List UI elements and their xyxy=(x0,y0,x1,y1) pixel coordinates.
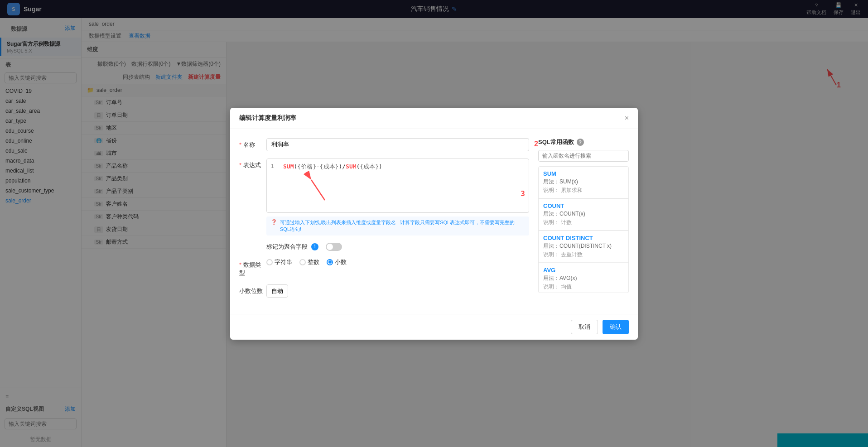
func-desc-sum: 说明： 累加求和 xyxy=(543,187,624,194)
sql-func-list: SUM 用法：SUM(x) 说明： 累加求和 COUNT 用法：COUNT(x)… xyxy=(538,166,629,293)
radio-string-label: 字符串 xyxy=(275,258,292,266)
code-content: SUM({价格}-{成本})/SUM({成本}) xyxy=(283,163,382,171)
expr-label: 表达式 xyxy=(239,159,266,169)
name-row: 名称 2 xyxy=(239,138,529,151)
agg-control: 标记为聚合字段 1 xyxy=(266,243,342,251)
sql-func-count-distinct[interactable]: COUNT DISTINCT 用法：COUNT(DISTINCT x) 说明： … xyxy=(539,231,628,263)
agg-toggle[interactable] xyxy=(326,243,342,251)
annotation-3: 3 xyxy=(521,189,525,198)
price-field: {价格} xyxy=(297,163,316,170)
modal-header: 编辑计算度量利润率 × xyxy=(230,108,638,129)
sum-func-2: SUM xyxy=(346,163,356,170)
radio-decimal-label: 小数 xyxy=(335,258,347,266)
sql-search-input[interactable] xyxy=(538,150,629,162)
sql-func-count[interactable]: COUNT 用法：COUNT(x) 说明： 计数 xyxy=(539,199,628,231)
dtype-label: 数据类型 xyxy=(239,258,266,277)
func-usage-count: 用法：COUNT(x) xyxy=(543,210,624,218)
sql-panel-title: SQL常用函数 ? xyxy=(538,138,629,146)
modal-body: 名称 2 表达式 1 SUM({价格}-{成本})/SUM({成本}) xyxy=(230,129,638,314)
arrow-area: 3 xyxy=(270,171,525,198)
sum-func-1: SUM xyxy=(283,163,294,170)
cancel-button[interactable]: 取消 xyxy=(571,320,598,334)
cost-field-1: {成本} xyxy=(320,163,339,170)
modal-footer: 取消 确认 xyxy=(230,314,638,340)
expr-control: 1 SUM({价格}-{成本})/SUM({成本}) xyxy=(266,159,529,236)
decimal-row: 小数位数 自动 0 1 2 3 xyxy=(239,284,529,298)
sql-functions-panel: SQL常用函数 ? SUM 用法：SUM(x) 说明： 累加求和 COUNT xyxy=(538,138,629,305)
name-input[interactable] xyxy=(266,138,529,151)
sql-panel-title-text: SQL常用函数 xyxy=(538,138,574,146)
func-usage-sum: 用法：SUM(x) xyxy=(543,178,624,186)
dtype-radio-group: 字符串 整数 小数 xyxy=(266,258,347,266)
radio-circle-integer xyxy=(299,259,306,265)
dtype-row: 数据类型 字符串 整数 小数 xyxy=(239,258,529,277)
expr-row: 表达式 1 SUM({价格}-{成本})/SUM({成本}) xyxy=(239,159,529,236)
decimal-label: 小数位数 xyxy=(239,284,266,295)
func-name-avg: AVG xyxy=(543,267,624,274)
modal-title: 编辑计算度量利润率 xyxy=(239,114,296,122)
hint-text: 可通过输入下划线,唤出列表来插入维度或度量字段名 计算字段只需要写SQL表达式即… xyxy=(280,219,525,233)
decimal-control: 自动 0 1 2 3 xyxy=(266,284,529,298)
func-usage-count-distinct: 用法：COUNT(DISTINCT x) xyxy=(543,242,624,250)
code-editor[interactable]: 1 SUM({价格}-{成本})/SUM({成本}) xyxy=(266,159,529,213)
confirm-button[interactable]: 确认 xyxy=(603,320,629,334)
cost-field-2: {成本} xyxy=(360,163,379,170)
modal-close-button[interactable]: × xyxy=(625,114,629,122)
code-line-1: 1 SUM({价格}-{成本})/SUM({成本}) xyxy=(270,163,525,171)
func-desc-count-distinct: 说明： 去重计数 xyxy=(543,251,624,259)
sql-help-button[interactable]: ? xyxy=(577,139,584,146)
radio-decimal[interactable]: 小数 xyxy=(327,258,347,266)
radio-circle-string xyxy=(266,259,273,265)
line-number: 1 xyxy=(270,163,278,169)
annotation-2: 2 xyxy=(534,140,538,148)
name-control: 2 xyxy=(266,138,529,151)
agg-badge[interactable]: 1 xyxy=(311,243,318,250)
radio-circle-decimal xyxy=(327,259,333,265)
toggle-knob xyxy=(327,244,333,250)
func-name-count-distinct: COUNT DISTINCT xyxy=(543,235,624,241)
radio-integer[interactable]: 整数 xyxy=(299,258,319,266)
modal-form: 名称 2 表达式 1 SUM({价格}-{成本})/SUM({成本}) xyxy=(239,138,529,305)
name-label: 名称 xyxy=(239,138,266,149)
func-name-count: COUNT xyxy=(543,202,624,209)
modal-edit-measure: 编辑计算度量利润率 × 名称 2 表达式 1 xyxy=(230,108,638,340)
sql-func-avg[interactable]: AVG 用法：AVG(x) 说明： 均值 xyxy=(539,263,628,293)
code-hint: ❓ 可通过输入下划线,唤出列表来插入维度或度量字段名 计算字段只需要写SQL表达… xyxy=(266,216,529,236)
func-desc-count: 说明： 计数 xyxy=(543,219,624,226)
agg-row: 标记为聚合字段 1 xyxy=(239,243,529,251)
decimal-select[interactable]: 自动 0 1 2 3 xyxy=(266,284,288,298)
agg-text-label: 标记为聚合字段 xyxy=(266,243,308,251)
func-desc-avg: 说明： 均值 xyxy=(543,283,624,291)
agg-label xyxy=(239,243,266,245)
radio-integer-label: 整数 xyxy=(308,258,319,266)
radio-string[interactable]: 字符串 xyxy=(266,258,292,266)
sql-func-sum[interactable]: SUM 用法：SUM(x) 说明： 累加求和 xyxy=(539,167,628,198)
func-name-sum: SUM xyxy=(543,170,624,177)
func-usage-avg: 用法：AVG(x) xyxy=(543,274,624,282)
